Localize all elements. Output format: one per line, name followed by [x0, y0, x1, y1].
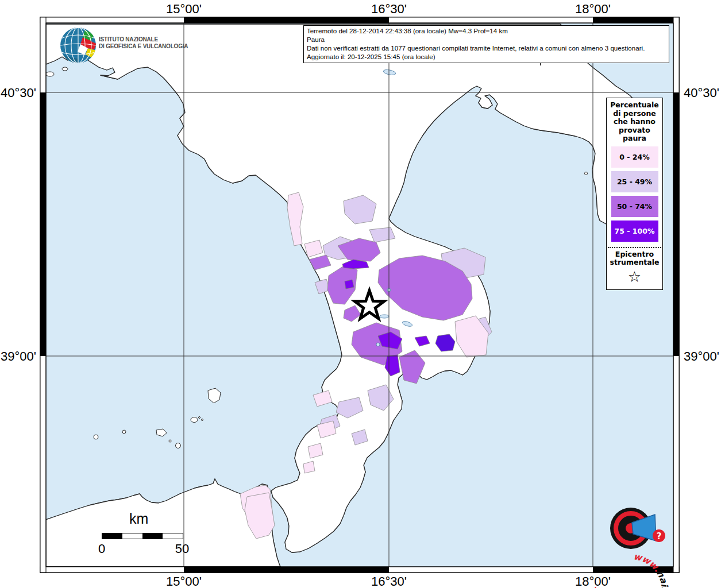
axis-right-4030: 40°30' [684, 86, 719, 100]
info-line-source: Dati non verificati estratti da 1077 que… [307, 44, 666, 53]
scalebar-start: 0 [96, 541, 107, 556]
legend-class-0-24: 0 - 24% [611, 146, 658, 168]
legend-divider [608, 247, 661, 248]
axis-bottom-15: 15°00' [166, 574, 202, 588]
axis-top-1630: 16°30' [371, 2, 407, 17]
legend-title-line: provato [607, 126, 662, 135]
info-line-updated: Aggiornato il: 20-12-2025 15:45 (ora loc… [307, 53, 666, 61]
legend-title-line: che hanno [607, 118, 662, 126]
axis-bottom-1630: 16°30' [371, 574, 407, 588]
legend-title-line: di persone [607, 110, 662, 118]
epicenter-label-line2: strumentale [607, 258, 662, 267]
info-line-effect: Paura [307, 36, 666, 44]
axis-bottom-18: 18°00' [575, 574, 611, 588]
ingv-line2: DI GEOFISICA E VULCANOLOGIA [99, 43, 188, 50]
scalebar-unit: km [129, 510, 148, 527]
axis-top-15: 15°00' [166, 2, 202, 17]
scalebar-segment [102, 533, 122, 539]
geographic-map: ? www.haisentitoilterremoto.it [0, 0, 721, 588]
legend-class-75-100: 75 - 100% [611, 220, 658, 242]
info-line-event: Terremoto del 28-12-2014 22:43:38 (ora l… [307, 27, 666, 36]
scalebar [102, 533, 183, 539]
map-page: { "info_box": { "lines": [ "Terremoto de… [0, 0, 721, 588]
scalebar-end: 50 [173, 541, 191, 556]
legend-class-50-74: 50 - 74% [611, 196, 658, 217]
legend-title-line: paura [607, 134, 662, 143]
axis-left-3900: 39°00' [0, 349, 36, 364]
legend: Percentuale di persone che hanno provato… [606, 98, 663, 290]
legend-class-25-49: 25 - 49% [611, 171, 658, 192]
axis-top-18: 18°00' [575, 2, 611, 17]
legend-title-line: Percentuale [607, 101, 662, 110]
axis-left-4030: 40°30' [0, 86, 36, 100]
earthquake-info-box: Terremoto del 28-12-2014 22:43:38 (ora l… [303, 25, 669, 63]
ingv-line1: ISTITUTO NAZIONALE [99, 36, 188, 43]
scalebar-segment [142, 533, 163, 539]
ingv-wordmark: ISTITUTO NAZIONALE DI GEOFISICA E VULCAN… [99, 36, 188, 50]
epicenter-label-line1: Epicentro [607, 250, 662, 259]
scalebar-segment [163, 533, 183, 539]
axis-right-3900: 39°00' [684, 349, 719, 364]
question-mark: ? [657, 531, 662, 541]
scalebar-segment [122, 533, 142, 539]
epicenter-star-symbol: ☆ [607, 268, 662, 285]
